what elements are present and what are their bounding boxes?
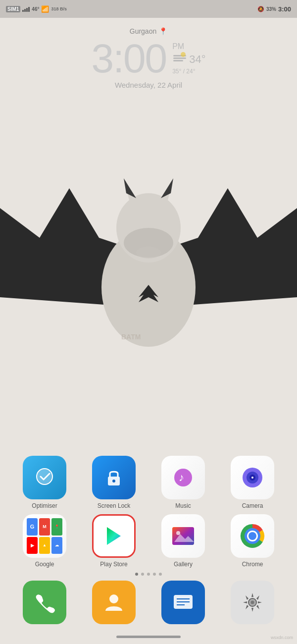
svg-text:BATM: BATM bbox=[121, 333, 141, 341]
app-row-2: G M 📍 ▶ ▲ ☁ Google bbox=[0, 514, 297, 568]
page-dot-3 bbox=[153, 573, 156, 576]
svg-rect-1 bbox=[173, 57, 186, 59]
camera-icon bbox=[231, 456, 274, 499]
playstore-icon bbox=[92, 514, 136, 558]
signal-bars-icon bbox=[22, 6, 30, 12]
page-dot-0 bbox=[135, 573, 138, 576]
location-pin-icon: 📍 bbox=[159, 27, 167, 35]
batman-wallpaper: BATM bbox=[0, 149, 297, 357]
app-row-1: Optimiser Screen Lock ♪ Music bbox=[0, 456, 297, 509]
chrome-label: Chrome bbox=[242, 561, 263, 568]
svg-point-24 bbox=[176, 531, 180, 535]
clock-time: 3:00 bbox=[92, 38, 167, 79]
network-type: 46° bbox=[32, 6, 39, 12]
dock-item-settings[interactable] bbox=[223, 581, 282, 624]
dock-item-messages[interactable] bbox=[153, 581, 213, 624]
app-item-playstore[interactable]: Play Store bbox=[84, 514, 144, 568]
page-dots bbox=[0, 573, 297, 576]
camera-label: Camera bbox=[242, 502, 263, 509]
svg-point-29 bbox=[109, 594, 118, 603]
optimiser-label: Optimiser bbox=[32, 502, 57, 509]
svg-point-14 bbox=[112, 480, 115, 483]
music-icon: ♪ bbox=[161, 456, 205, 499]
screenlock-icon bbox=[92, 456, 136, 499]
music-label: Music bbox=[175, 502, 191, 509]
status-right: 🔕 33% 3:00 bbox=[257, 5, 291, 13]
weather-row: 34° bbox=[172, 52, 205, 67]
svg-point-20 bbox=[251, 477, 253, 479]
wifi-icon: 📶 bbox=[41, 5, 49, 13]
location-label: Gurgaon bbox=[130, 27, 156, 35]
dock bbox=[0, 581, 297, 624]
app-item-chrome[interactable]: Chrome bbox=[223, 514, 282, 568]
phone-icon bbox=[23, 581, 66, 624]
app-item-camera[interactable]: Camera bbox=[223, 456, 282, 509]
app-item-screenlock[interactable]: Screen Lock bbox=[84, 456, 144, 509]
clock-right-panel: PM 34° 35° / 24° bbox=[172, 42, 205, 79]
page-dot-2 bbox=[147, 573, 150, 576]
app-item-google[interactable]: G M 📍 ▶ ▲ ☁ Google bbox=[15, 514, 74, 568]
location-row: Gurgaon 📍 bbox=[130, 27, 167, 35]
svg-marker-21 bbox=[107, 527, 121, 545]
home-bar[interactable] bbox=[116, 636, 181, 638]
dock-item-phone[interactable] bbox=[15, 581, 74, 624]
clock-row: 3:00 PM 34° 35° / 24° bbox=[92, 38, 206, 79]
svg-point-3 bbox=[181, 52, 186, 57]
settings-icon bbox=[231, 581, 274, 624]
status-left: SIM1 46° 📶 318 B/s bbox=[6, 5, 67, 13]
playstore-label: Play Store bbox=[100, 561, 127, 568]
chrome-icon bbox=[231, 514, 274, 558]
app-item-optimiser[interactable]: Optimiser bbox=[15, 456, 74, 509]
watermark: wsxdn.com bbox=[271, 635, 293, 640]
app-item-music[interactable]: ♪ Music bbox=[153, 456, 213, 509]
speed-label: 318 B/s bbox=[51, 6, 67, 11]
svg-point-11 bbox=[136, 247, 161, 259]
clock-date: Wednesday, 22 April bbox=[115, 81, 182, 89]
status-bar: SIM1 46° 📶 318 B/s 🔕 33% 3:00 bbox=[0, 0, 297, 18]
weather-icon bbox=[172, 52, 187, 67]
google-label: Google bbox=[35, 561, 54, 568]
contacts-icon bbox=[92, 581, 136, 624]
gallery-label: Gallery bbox=[174, 561, 193, 568]
app-grid-section: Optimiser Screen Lock ♪ Music bbox=[0, 456, 297, 580]
gallery-icon bbox=[161, 514, 205, 558]
dock-item-contacts[interactable] bbox=[84, 581, 144, 624]
messages-icon bbox=[161, 581, 205, 624]
battery-label: 33% bbox=[266, 6, 276, 12]
svg-text:♪: ♪ bbox=[179, 471, 184, 483]
optimiser-icon bbox=[23, 456, 66, 499]
svg-point-36 bbox=[251, 601, 254, 604]
clock-widget: Gurgaon 📍 3:00 PM 34° 35° / 24° W bbox=[0, 27, 297, 89]
page-dot-4 bbox=[159, 573, 162, 576]
mute-icon: 🔕 bbox=[257, 6, 264, 12]
svg-rect-23 bbox=[172, 527, 194, 545]
page-dot-1 bbox=[141, 573, 144, 576]
svg-rect-2 bbox=[173, 60, 183, 61]
carrier-label: SIM1 bbox=[6, 6, 20, 12]
time-label: 3:00 bbox=[278, 5, 291, 13]
weather-range: 35° / 24° bbox=[172, 68, 195, 75]
app-item-gallery[interactable]: Gallery bbox=[153, 514, 213, 568]
screenlock-label: Screen Lock bbox=[98, 502, 131, 509]
svg-point-28 bbox=[248, 532, 256, 540]
clock-ampm: PM bbox=[172, 42, 184, 51]
google-icon: G M 📍 ▶ ▲ ☁ bbox=[23, 514, 66, 558]
weather-temp: 34° bbox=[189, 53, 205, 66]
